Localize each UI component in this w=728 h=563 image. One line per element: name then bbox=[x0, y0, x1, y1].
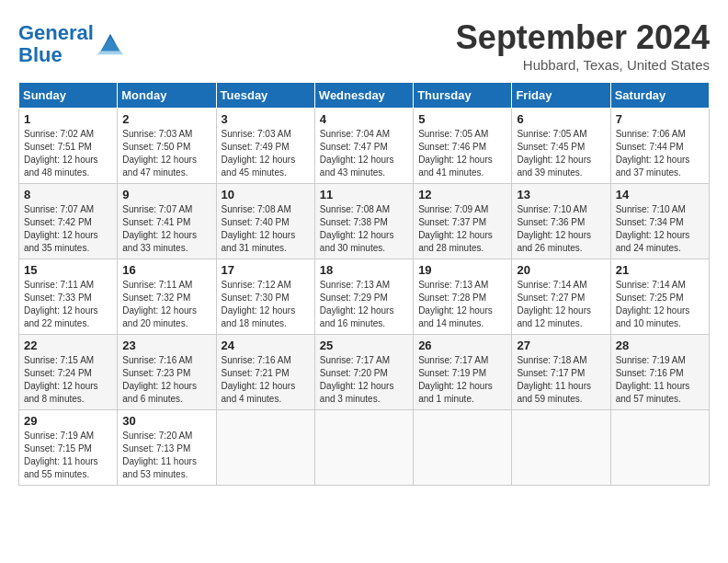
calendar-week-row: 29Sunrise: 7:19 AM Sunset: 7:15 PM Dayli… bbox=[19, 410, 710, 486]
weekday-header: Sunday bbox=[19, 83, 118, 109]
day-number: 23 bbox=[122, 339, 210, 352]
calendar-cell bbox=[610, 410, 709, 486]
calendar-cell: 25Sunrise: 7:17 AM Sunset: 7:20 PM Dayli… bbox=[314, 335, 413, 410]
calendar-cell: 7Sunrise: 7:06 AM Sunset: 7:44 PM Daylig… bbox=[610, 109, 709, 184]
day-info: Sunrise: 7:17 AM Sunset: 7:20 PM Dayligh… bbox=[320, 354, 408, 406]
calendar-cell: 2Sunrise: 7:03 AM Sunset: 7:50 PM Daylig… bbox=[118, 109, 216, 184]
day-info: Sunrise: 7:04 AM Sunset: 7:47 PM Dayligh… bbox=[320, 128, 408, 179]
day-number: 7 bbox=[616, 112, 704, 126]
calendar-header-row: SundayMondayTuesdayWednesdayThursdayFrid… bbox=[19, 83, 710, 109]
weekday-header: Tuesday bbox=[216, 83, 314, 109]
calendar-cell: 27Sunrise: 7:18 AM Sunset: 7:17 PM Dayli… bbox=[512, 335, 610, 410]
calendar-cell: 14Sunrise: 7:10 AM Sunset: 7:34 PM Dayli… bbox=[610, 184, 709, 259]
day-number: 16 bbox=[122, 263, 210, 277]
day-info: Sunrise: 7:09 AM Sunset: 7:37 PM Dayligh… bbox=[418, 203, 506, 255]
day-number: 24 bbox=[222, 339, 310, 352]
calendar-cell: 3Sunrise: 7:03 AM Sunset: 7:49 PM Daylig… bbox=[216, 109, 314, 184]
day-number: 4 bbox=[320, 112, 408, 126]
day-number: 10 bbox=[222, 188, 310, 201]
day-info: Sunrise: 7:07 AM Sunset: 7:42 PM Dayligh… bbox=[24, 203, 112, 255]
calendar-cell: 15Sunrise: 7:11 AM Sunset: 7:33 PM Dayli… bbox=[19, 259, 118, 335]
weekday-header: Wednesday bbox=[314, 83, 413, 109]
day-number: 5 bbox=[418, 112, 506, 126]
day-number: 29 bbox=[24, 414, 112, 428]
calendar-cell: 26Sunrise: 7:17 AM Sunset: 7:19 PM Dayli… bbox=[414, 335, 512, 410]
day-number: 27 bbox=[517, 339, 605, 352]
day-info: Sunrise: 7:10 AM Sunset: 7:36 PM Dayligh… bbox=[517, 203, 605, 255]
logo-text: GeneralBlue bbox=[18, 22, 94, 66]
day-info: Sunrise: 7:08 AM Sunset: 7:38 PM Dayligh… bbox=[320, 203, 408, 255]
day-info: Sunrise: 7:08 AM Sunset: 7:40 PM Dayligh… bbox=[222, 203, 310, 255]
calendar-cell: 9Sunrise: 7:07 AM Sunset: 7:41 PM Daylig… bbox=[118, 184, 216, 259]
calendar-cell: 1Sunrise: 7:02 AM Sunset: 7:51 PM Daylig… bbox=[19, 109, 118, 184]
calendar-cell: 4Sunrise: 7:04 AM Sunset: 7:47 PM Daylig… bbox=[314, 109, 413, 184]
calendar-cell: 8Sunrise: 7:07 AM Sunset: 7:42 PM Daylig… bbox=[19, 184, 118, 259]
calendar-week-row: 8Sunrise: 7:07 AM Sunset: 7:42 PM Daylig… bbox=[19, 184, 710, 259]
calendar-cell: 29Sunrise: 7:19 AM Sunset: 7:15 PM Dayli… bbox=[19, 410, 118, 486]
day-number: 14 bbox=[616, 188, 704, 201]
calendar-cell: 30Sunrise: 7:20 AM Sunset: 7:13 PM Dayli… bbox=[118, 410, 216, 486]
calendar-cell: 13Sunrise: 7:10 AM Sunset: 7:36 PM Dayli… bbox=[512, 184, 610, 259]
calendar-cell bbox=[512, 410, 610, 486]
day-info: Sunrise: 7:02 AM Sunset: 7:51 PM Dayligh… bbox=[24, 128, 112, 179]
calendar-cell: 5Sunrise: 7:05 AM Sunset: 7:46 PM Daylig… bbox=[414, 109, 512, 184]
day-info: Sunrise: 7:11 AM Sunset: 7:32 PM Dayligh… bbox=[122, 279, 210, 330]
day-info: Sunrise: 7:13 AM Sunset: 7:29 PM Dayligh… bbox=[320, 279, 408, 330]
calendar-cell: 28Sunrise: 7:19 AM Sunset: 7:16 PM Dayli… bbox=[610, 335, 709, 410]
logo-icon bbox=[97, 30, 123, 56]
day-number: 17 bbox=[222, 263, 310, 277]
page-header: GeneralBlue September 2024 Hubbard, Texa… bbox=[18, 18, 710, 73]
day-info: Sunrise: 7:14 AM Sunset: 7:25 PM Dayligh… bbox=[616, 279, 704, 330]
day-number: 3 bbox=[222, 112, 310, 126]
day-number: 1 bbox=[24, 112, 112, 126]
weekday-header: Thursday bbox=[414, 83, 512, 109]
day-number: 22 bbox=[24, 339, 112, 352]
weekday-header: Monday bbox=[118, 83, 216, 109]
day-info: Sunrise: 7:18 AM Sunset: 7:17 PM Dayligh… bbox=[517, 354, 605, 406]
day-number: 2 bbox=[122, 112, 210, 126]
day-number: 20 bbox=[517, 263, 605, 277]
calendar-week-row: 1Sunrise: 7:02 AM Sunset: 7:51 PM Daylig… bbox=[19, 109, 710, 184]
day-info: Sunrise: 7:16 AM Sunset: 7:21 PM Dayligh… bbox=[222, 354, 310, 406]
day-info: Sunrise: 7:14 AM Sunset: 7:27 PM Dayligh… bbox=[517, 279, 605, 330]
calendar-cell bbox=[414, 410, 512, 486]
day-number: 18 bbox=[320, 263, 408, 277]
calendar-cell: 20Sunrise: 7:14 AM Sunset: 7:27 PM Dayli… bbox=[512, 259, 610, 335]
calendar-week-row: 15Sunrise: 7:11 AM Sunset: 7:33 PM Dayli… bbox=[19, 259, 710, 335]
title-area: September 2024 Hubbard, Texas, United St… bbox=[456, 18, 710, 73]
day-number: 13 bbox=[517, 188, 605, 201]
day-info: Sunrise: 7:11 AM Sunset: 7:33 PM Dayligh… bbox=[24, 279, 112, 330]
calendar-cell: 6Sunrise: 7:05 AM Sunset: 7:45 PM Daylig… bbox=[512, 109, 610, 184]
day-number: 8 bbox=[24, 188, 112, 201]
calendar-cell: 23Sunrise: 7:16 AM Sunset: 7:23 PM Dayli… bbox=[118, 335, 216, 410]
day-number: 21 bbox=[616, 263, 704, 277]
day-number: 30 bbox=[122, 414, 210, 428]
day-info: Sunrise: 7:05 AM Sunset: 7:46 PM Dayligh… bbox=[418, 128, 506, 179]
day-info: Sunrise: 7:05 AM Sunset: 7:45 PM Dayligh… bbox=[517, 128, 605, 179]
day-info: Sunrise: 7:07 AM Sunset: 7:41 PM Dayligh… bbox=[122, 203, 210, 255]
weekday-header: Friday bbox=[512, 83, 610, 109]
calendar-cell: 17Sunrise: 7:12 AM Sunset: 7:30 PM Dayli… bbox=[216, 259, 314, 335]
day-number: 6 bbox=[517, 112, 605, 126]
month-title: September 2024 bbox=[456, 18, 710, 57]
calendar-cell bbox=[216, 410, 314, 486]
day-info: Sunrise: 7:12 AM Sunset: 7:30 PM Dayligh… bbox=[222, 279, 310, 330]
day-number: 11 bbox=[320, 188, 408, 201]
location-subtitle: Hubbard, Texas, United States bbox=[456, 57, 710, 73]
day-info: Sunrise: 7:17 AM Sunset: 7:19 PM Dayligh… bbox=[418, 354, 506, 406]
calendar-cell: 18Sunrise: 7:13 AM Sunset: 7:29 PM Dayli… bbox=[314, 259, 413, 335]
calendar-cell: 22Sunrise: 7:15 AM Sunset: 7:24 PM Dayli… bbox=[19, 335, 118, 410]
day-number: 25 bbox=[320, 339, 408, 352]
day-info: Sunrise: 7:15 AM Sunset: 7:24 PM Dayligh… bbox=[24, 354, 112, 406]
weekday-header: Saturday bbox=[610, 83, 709, 109]
svg-marker-1 bbox=[97, 38, 123, 55]
calendar-cell: 16Sunrise: 7:11 AM Sunset: 7:32 PM Dayli… bbox=[118, 259, 216, 335]
calendar-cell: 24Sunrise: 7:16 AM Sunset: 7:21 PM Dayli… bbox=[216, 335, 314, 410]
day-number: 12 bbox=[418, 188, 506, 201]
calendar-cell: 11Sunrise: 7:08 AM Sunset: 7:38 PM Dayli… bbox=[314, 184, 413, 259]
day-number: 26 bbox=[418, 339, 506, 352]
calendar-cell: 10Sunrise: 7:08 AM Sunset: 7:40 PM Dayli… bbox=[216, 184, 314, 259]
day-number: 19 bbox=[418, 263, 506, 277]
logo: GeneralBlue bbox=[18, 22, 123, 66]
day-info: Sunrise: 7:20 AM Sunset: 7:13 PM Dayligh… bbox=[122, 430, 210, 481]
